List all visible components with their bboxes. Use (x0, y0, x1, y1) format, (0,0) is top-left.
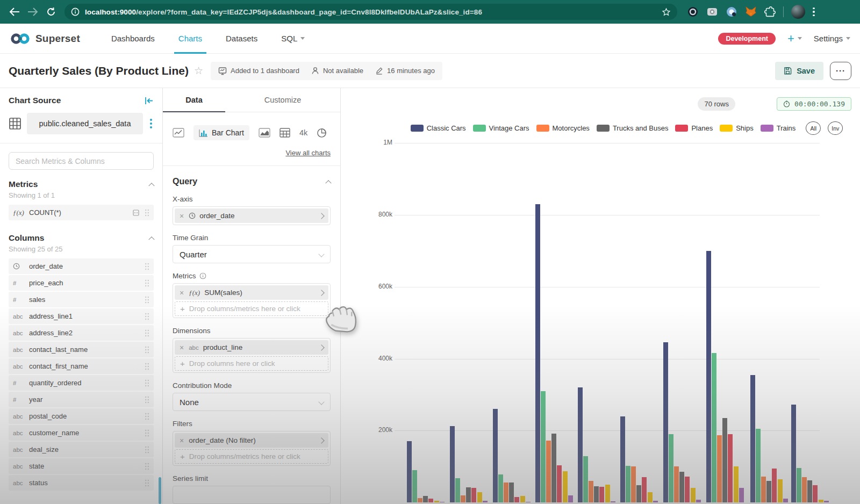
contribution-mode-select[interactable]: None (173, 393, 331, 411)
bar[interactable] (461, 495, 465, 502)
bar[interactable] (450, 426, 455, 502)
bar[interactable] (520, 496, 525, 502)
dataset-name[interactable]: public.cleaned_sales_data (27, 113, 143, 134)
save-button[interactable]: Save (775, 62, 823, 80)
nav-dashboards[interactable]: Dashboards (99, 24, 167, 54)
nav-datasets[interactable]: Datasets (214, 24, 269, 54)
bar[interactable] (663, 342, 668, 502)
bar[interactable] (717, 435, 722, 502)
owner-meta[interactable]: Not available (311, 67, 363, 75)
column-item[interactable]: abcstatus (9, 475, 154, 491)
dataset-options-icon[interactable] (148, 119, 154, 128)
bar[interactable] (797, 468, 801, 502)
bar[interactable] (620, 416, 625, 503)
column-item[interactable]: abcaddress_line1 (9, 308, 154, 324)
drag-handle-icon[interactable] (145, 413, 149, 420)
bar[interactable] (526, 502, 531, 502)
bar[interactable] (498, 474, 503, 502)
tab-customize[interactable]: Customize (225, 88, 340, 112)
bar[interactable] (728, 434, 733, 502)
favorite-star-icon[interactable]: ☆ (194, 64, 203, 77)
column-item[interactable]: abccontact_first_name (9, 358, 154, 374)
drag-handle-icon[interactable] (145, 363, 149, 370)
extension-clockify-icon[interactable] (726, 6, 737, 18)
superset-logo[interactable]: Superset (10, 32, 80, 45)
bar[interactable] (428, 499, 433, 502)
column-item[interactable]: #year (9, 392, 154, 407)
bar[interactable] (563, 471, 568, 502)
drag-handle-icon[interactable] (145, 463, 149, 470)
metrics-dropzone[interactable]: +Drop columns/metrics here or click (175, 301, 328, 316)
settings-menu[interactable]: Settings (814, 34, 850, 43)
column-item[interactable]: abccustomer_name (9, 425, 154, 441)
column-item[interactable]: abcdeal_size (9, 442, 154, 457)
bar[interactable] (648, 492, 653, 502)
dimensions-dropzone[interactable]: +Drop columns here or click (175, 356, 328, 371)
bar[interactable] (605, 485, 610, 502)
remove-icon[interactable]: × (180, 436, 184, 445)
site-info-icon[interactable] (71, 8, 80, 16)
bar[interactable] (504, 483, 508, 502)
remove-icon[interactable]: × (180, 212, 184, 220)
bar[interactable] (706, 251, 711, 502)
bar[interactable] (631, 466, 636, 502)
bar[interactable] (642, 477, 647, 502)
drag-handle-icon[interactable] (145, 296, 149, 304)
bar[interactable] (669, 434, 673, 502)
pie-chart-icon[interactable] (317, 128, 327, 138)
filter-option[interactable]: × order_date (No filter) (175, 433, 328, 448)
remove-icon[interactable]: × (180, 289, 184, 297)
column-item[interactable]: abccontact_last_name (9, 342, 154, 357)
bar[interactable] (407, 441, 412, 502)
bar[interactable] (594, 486, 599, 502)
bar[interactable] (471, 488, 476, 502)
bar[interactable] (509, 483, 514, 502)
chevron-up-icon[interactable] (148, 183, 154, 189)
bar[interactable] (674, 466, 679, 502)
bar[interactable] (568, 495, 573, 502)
bar[interactable] (455, 478, 460, 502)
drag-handle-icon[interactable] (145, 329, 149, 337)
bar[interactable] (440, 502, 445, 502)
new-item-button[interactable]: + (787, 32, 802, 46)
url-text[interactable]: localhost:9000/explore/?form_data_key=lE… (85, 8, 662, 16)
browser-profile-avatar[interactable] (791, 5, 805, 19)
extension-metamask-icon[interactable] (745, 6, 757, 18)
bar[interactable] (778, 479, 783, 502)
nav-charts[interactable]: Charts (167, 24, 214, 54)
bar[interactable] (611, 501, 615, 502)
browser-menu-icon[interactable] (813, 8, 815, 17)
bar[interactable] (418, 498, 422, 502)
bar[interactable] (722, 418, 727, 502)
collapse-panel-icon[interactable] (145, 97, 154, 105)
bar[interactable] (514, 497, 519, 502)
bar[interactable] (493, 409, 498, 502)
drag-handle-icon[interactable] (145, 396, 149, 404)
drag-handle-icon[interactable] (145, 429, 149, 437)
bar[interactable] (535, 204, 540, 502)
table-viz-icon[interactable] (280, 128, 290, 138)
column-item[interactable]: #price_each (9, 275, 154, 291)
view-all-charts-link[interactable]: View all charts (163, 142, 340, 165)
bar[interactable] (551, 434, 556, 502)
extensions-puzzle-icon[interactable] (764, 6, 776, 18)
bar[interactable] (685, 477, 690, 502)
tab-data[interactable]: Data (163, 88, 225, 112)
chevron-up-icon[interactable] (325, 180, 331, 186)
bar[interactable] (466, 487, 471, 502)
search-input[interactable] (9, 152, 154, 170)
bar[interactable] (636, 485, 641, 502)
bar[interactable] (423, 496, 428, 502)
chevron-up-icon[interactable] (148, 236, 154, 242)
bar[interactable] (791, 405, 796, 502)
bar[interactable] (807, 480, 812, 502)
bar[interactable] (626, 466, 630, 502)
bar[interactable] (783, 499, 788, 502)
drag-handle-icon[interactable] (145, 479, 149, 487)
browser-forward-button[interactable] (24, 3, 42, 21)
scrollbar-thumb[interactable] (159, 477, 161, 504)
metric-item[interactable]: ƒ(x)COUNT(*) (9, 205, 154, 220)
drag-handle-icon[interactable] (145, 379, 149, 387)
bar[interactable] (712, 353, 716, 502)
browser-back-button[interactable] (5, 3, 24, 21)
